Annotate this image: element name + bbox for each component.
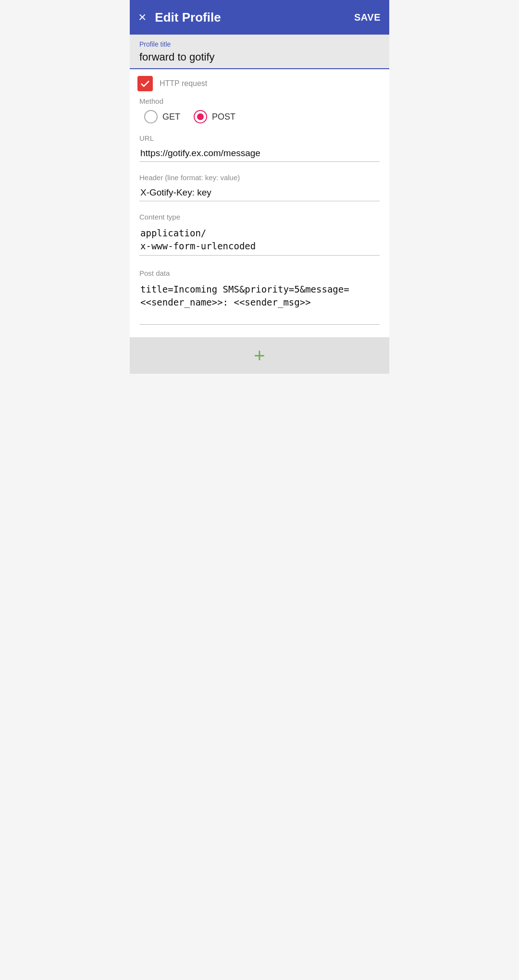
method-get-option[interactable]: GET (144, 110, 180, 123)
url-section: URL (130, 129, 389, 169)
profile-title-label: Profile title (139, 40, 380, 48)
post-radio-inner (197, 113, 204, 120)
content-type-section: Content type application/ x-www-form-url… (130, 208, 389, 264)
content-type-label: Content type (139, 213, 380, 221)
page-title: Edit Profile (155, 10, 354, 25)
header: × Edit Profile SAVE (130, 0, 389, 35)
method-section: Method GET POST (130, 95, 389, 129)
get-radio-label: GET (162, 112, 180, 122)
post-data-label: Post data (139, 269, 380, 277)
post-radio-circle[interactable] (194, 110, 207, 123)
get-radio-circle[interactable] (144, 110, 158, 123)
post-radio-label: POST (212, 112, 235, 122)
add-action-button[interactable]: + (130, 337, 389, 374)
http-request-row: HTTP request (130, 69, 389, 95)
url-label: URL (139, 134, 380, 142)
method-post-option[interactable]: POST (194, 110, 235, 123)
method-label: Method (139, 97, 380, 105)
post-data-section: Post data title=Incoming SMS&priority=5&… (130, 264, 389, 333)
checkbox-checked[interactable] (137, 76, 153, 91)
header-label: Header (line format: key: value) (139, 173, 380, 182)
url-input[interactable] (139, 145, 380, 162)
method-radio-group: GET POST (139, 110, 380, 123)
header-input[interactable] (139, 184, 380, 201)
profile-title-input[interactable] (139, 50, 380, 64)
http-request-checkbox[interactable] (137, 76, 153, 91)
post-data-input[interactable]: title=Incoming SMS&priority=5&message=<<… (139, 280, 380, 325)
add-icon: + (254, 346, 265, 365)
close-button[interactable]: × (138, 11, 146, 24)
save-button[interactable]: SAVE (354, 12, 381, 23)
content-type-input[interactable]: application/ x-www-form-urlencoded (139, 224, 380, 256)
profile-title-section: Profile title (130, 35, 389, 69)
header-field-section: Header (line format: key: value) (130, 169, 389, 208)
http-section: HTTP request Method GET POST URL Header … (130, 69, 389, 374)
http-request-label: HTTP request (160, 79, 207, 88)
